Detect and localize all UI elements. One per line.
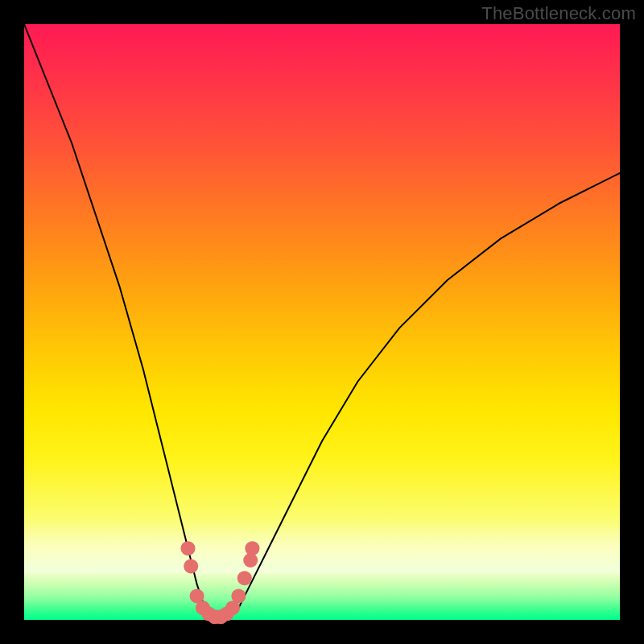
curve-group (24, 24, 620, 618)
marker-group (181, 541, 260, 624)
data-marker (181, 541, 196, 555)
data-marker (245, 541, 259, 555)
watermark-text: TheBottleneck.com (481, 3, 636, 24)
data-marker (237, 571, 252, 585)
left-branch-curve (24, 24, 215, 618)
chart-svg (24, 24, 620, 620)
chart-frame: TheBottleneck.com (0, 0, 644, 644)
right-branch-curve (227, 173, 620, 618)
data-marker (184, 559, 198, 573)
plot-area (24, 24, 620, 620)
data-marker (231, 588, 246, 603)
